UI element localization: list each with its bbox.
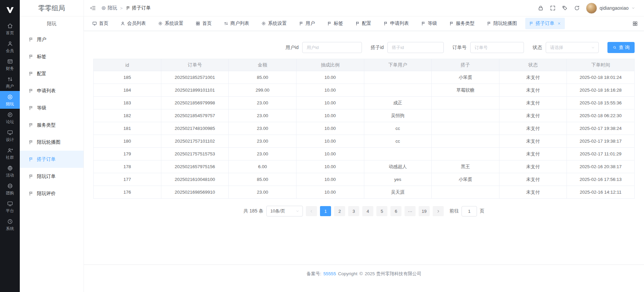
table-cell: 178: [94, 160, 161, 173]
collapse-sidebar-icon[interactable]: [90, 5, 96, 11]
page-5-button[interactable]: 5: [376, 206, 387, 216]
user-id-input[interactable]: [302, 42, 362, 53]
flag-icon: [29, 71, 34, 76]
page-1-button[interactable]: 1: [320, 206, 331, 216]
tab-label: 首页: [202, 20, 212, 27]
pager-more-button[interactable]: ···: [405, 206, 416, 216]
tab-home[interactable]: 首页: [89, 18, 112, 29]
tab-member-list[interactable]: 会员列表: [117, 18, 150, 29]
status-label: 状态: [533, 45, 542, 51]
goto-page-group: 前往 页: [449, 206, 484, 216]
sidebar-item-service-type[interactable]: 服务类型: [20, 116, 84, 134]
page-size-select[interactable]: 10条/页: [266, 206, 303, 216]
table-cell: 10.00: [296, 160, 364, 173]
sidebar-item-peiwan-carousel[interactable]: 陪玩轮播图: [20, 134, 84, 151]
page-6-button[interactable]: 6: [390, 206, 401, 216]
rail-item-member[interactable]: 会员: [0, 38, 20, 55]
pagination-total: 共 185 条: [244, 208, 263, 214]
table-cell: 未支付: [499, 160, 567, 173]
order-no-input[interactable]: [470, 42, 524, 53]
table-cell: 2025021698569910: [161, 186, 229, 199]
tab-dazi-order[interactable]: 搭子订单: [525, 18, 565, 29]
sidebar-item-peiwan-order[interactable]: 陪玩订单: [20, 168, 84, 185]
tab-apply-list[interactable]: 申请列表: [380, 18, 413, 29]
page-4-button[interactable]: 4: [362, 206, 373, 216]
table-cell: 未支付: [499, 122, 567, 135]
rail-item-groupbuy[interactable]: 团购: [0, 180, 20, 198]
sidebar-item-level[interactable]: 等级: [20, 99, 84, 116]
fullscreen-icon[interactable]: [550, 5, 556, 11]
topbar: 陪玩>搭子订单 qidiangaoxiao: [84, 0, 644, 16]
breadcrumb-item-dazi-order[interactable]: 搭子订单: [126, 5, 151, 11]
avatar[interactable]: [586, 3, 597, 14]
tabs-options-grid-icon[interactable]: [632, 21, 638, 27]
flag-icon: [355, 21, 360, 26]
tab-system-settings-1[interactable]: 系统设置: [154, 18, 187, 29]
sidebar-item-user[interactable]: 用户: [20, 31, 84, 48]
tab-close-icon[interactable]: [557, 21, 561, 26]
rail-item-community[interactable]: 社群: [0, 144, 20, 162]
next-page-button[interactable]: [433, 206, 444, 216]
rail-item-merchant[interactable]: 商户: [0, 73, 20, 91]
tab-config[interactable]: 配置: [352, 18, 375, 29]
tab-system-settings-2[interactable]: 系统设置: [258, 18, 290, 29]
beian-link[interactable]: 55555: [323, 271, 336, 276]
table-cell: 未支付: [499, 135, 567, 148]
page-19-button[interactable]: 19: [419, 206, 430, 216]
flag-icon: [299, 21, 304, 26]
refresh-icon[interactable]: [574, 5, 580, 11]
tab-level[interactable]: 等级: [417, 18, 441, 29]
user-menu[interactable]: qidiangaoxiao: [586, 3, 635, 14]
rail-nav: 首页会员财务商户陪玩论坛设计社群活动团购平台系统: [0, 20, 20, 233]
table-cell: [364, 148, 432, 160]
table-cell: 2025-02-18 15:55:36: [567, 97, 635, 109]
rail-item-home[interactable]: 首页: [0, 20, 20, 38]
flag-icon: [383, 21, 388, 26]
rail-item-forum[interactable]: 论坛: [0, 109, 20, 127]
sidebar-item-dazi-order[interactable]: 搭子订单: [20, 151, 84, 168]
tab-tag[interactable]: 标签: [323, 18, 347, 29]
rail-item-activity[interactable]: 活动: [0, 162, 20, 180]
table-row: 185202502185257100185.0010.00小笨蛋未支付2025-…: [94, 71, 635, 84]
rail-item-platform[interactable]: 平台: [0, 198, 20, 215]
prev-page-button[interactable]: [306, 206, 317, 216]
app-logo[interactable]: [0, 0, 20, 20]
rail-item-label: 系统: [6, 227, 14, 231]
page-2-button[interactable]: 2: [334, 206, 345, 216]
tab-service-type[interactable]: 服务类型: [445, 18, 478, 29]
tab-home-2[interactable]: 首页: [192, 18, 215, 29]
lock-icon[interactable]: [538, 5, 544, 11]
rail-item-peiwan[interactable]: 陪玩: [0, 91, 20, 109]
rail-item-label: 团购: [6, 191, 14, 195]
rail-item-finance[interactable]: 财务: [0, 55, 20, 73]
table-cell: 成正: [364, 97, 432, 109]
tab-label: 等级: [428, 20, 437, 27]
status-select[interactable]: 请选择: [546, 42, 599, 53]
sidebar-item-config[interactable]: 配置: [20, 65, 84, 82]
table-row: 17820250216579751566.0010.00动感超人黑王未支付202…: [94, 160, 635, 173]
search-button[interactable]: 查 询: [607, 42, 635, 53]
tab-peiwan-carousel[interactable]: 陪玩轮播图: [483, 18, 521, 29]
breadcrumb-item-peiwan[interactable]: 陪玩: [101, 5, 117, 11]
goto-page-input[interactable]: [462, 206, 477, 216]
page-3-button[interactable]: 3: [348, 206, 359, 216]
filter-status: 状态 请选择: [533, 42, 599, 53]
tab-label: 陪玩轮播图: [493, 20, 517, 27]
sidebar-item-peiwan-review[interactable]: 陪玩评价: [20, 185, 84, 202]
clear-cache-icon[interactable]: [562, 5, 568, 11]
rail-item-design[interactable]: 设计: [0, 127, 20, 144]
sidebar-item-tag[interactable]: 标签: [20, 48, 84, 65]
topbar-right: qidiangaoxiao: [538, 3, 635, 14]
flag-icon: [29, 123, 34, 128]
flag-icon: [421, 21, 426, 26]
table-cell: 2025021657975156: [161, 160, 229, 173]
copyright-icon: ©: [359, 271, 363, 276]
sidebar-item-apply-list[interactable]: 申请列表: [20, 82, 84, 99]
dazi-id-input[interactable]: [387, 42, 444, 53]
table-cell: 草莓软糖: [432, 84, 499, 97]
rail-item-system[interactable]: 系统: [0, 215, 20, 233]
tab-merchant-list[interactable]: 商户列表: [220, 18, 253, 29]
column-header: id: [94, 59, 161, 71]
tab-user[interactable]: 用户: [295, 18, 319, 29]
merchant-icon: [7, 76, 13, 82]
